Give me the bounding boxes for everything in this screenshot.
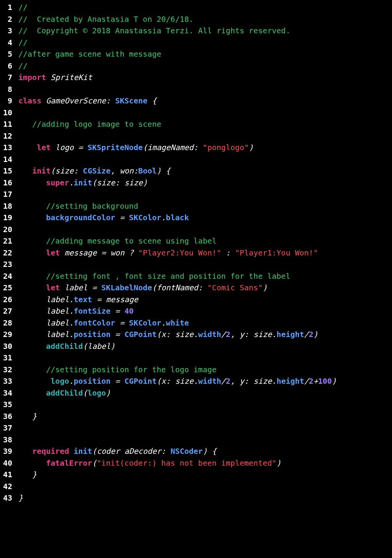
code-line[interactable]: logo.position = CGPoint(x: size.width/2,…: [18, 375, 392, 387]
code-line[interactable]: [18, 422, 392, 434]
code-token: , y: size.: [230, 376, 276, 386]
code-line[interactable]: //: [18, 2, 392, 13]
code-token: [18, 213, 46, 222]
code-token: [46, 73, 51, 82]
code-token: [41, 96, 46, 105]
code-line[interactable]: [18, 154, 392, 165]
code-token: =: [111, 376, 124, 386]
code-line[interactable]: backgroundColor = SKColor.black: [18, 212, 392, 224]
code-area[interactable]: //// Created by Anastasia T on 20/6/18./…: [18, 2, 392, 504]
code-token: (x: size.: [157, 376, 198, 386]
code-line[interactable]: let message = won ? "Player2:You Won!" :…: [18, 247, 392, 259]
code-line[interactable]: [18, 481, 392, 493]
code-token: .: [161, 213, 166, 222]
line-number: 34: [0, 387, 12, 399]
code-line[interactable]: [18, 399, 392, 411]
code-line[interactable]: init(size: CGSize, won:Bool) {: [18, 165, 392, 177]
code-line[interactable]: addChild(logo): [18, 387, 392, 399]
code-line[interactable]: }: [18, 469, 392, 481]
code-token: logo: [51, 376, 69, 386]
code-token: +: [314, 376, 318, 386]
code-token: .: [161, 318, 166, 327]
code-line[interactable]: // Created by Anastasia T on 20/6/18.: [18, 13, 392, 25]
code-token: SKColor: [129, 318, 161, 327]
code-line[interactable]: //adding message to scene using label: [18, 235, 392, 247]
line-number: 32: [0, 364, 12, 376]
code-line[interactable]: [18, 188, 392, 200]
code-line[interactable]: [18, 83, 392, 95]
code-token: (size: size): [92, 178, 148, 187]
code-token: SpriteKit: [51, 73, 92, 82]
code-line[interactable]: let label = SKLabelNode(fontNamed: "Comi…: [18, 282, 392, 294]
line-number: 14: [0, 154, 12, 165]
code-token: [18, 388, 46, 398]
line-number: 29: [0, 329, 12, 340]
code-line[interactable]: label.fontSize = 40: [18, 305, 392, 317]
line-number: 11: [0, 118, 12, 130]
code-line[interactable]: [18, 130, 392, 142]
code-token: white: [166, 318, 189, 327]
code-token: logo =: [51, 143, 87, 152]
code-token: (: [92, 458, 97, 468]
code-token: /: [304, 376, 309, 386]
code-line[interactable]: [18, 107, 392, 119]
code-line[interactable]: label.position = CGPoint(x: size.width/2…: [18, 329, 392, 340]
code-line[interactable]: //after game scene with message: [18, 48, 392, 60]
code-token: /: [221, 330, 226, 339]
code-token: label.: [18, 306, 74, 316]
code-token: position: [74, 330, 111, 339]
code-token: let: [46, 283, 60, 292]
code-token: ) {: [203, 447, 217, 456]
line-number: 13: [0, 142, 12, 154]
code-line[interactable]: addChild(label): [18, 340, 392, 352]
code-line[interactable]: fatalError("init(coder:) has not been im…: [18, 457, 392, 469]
code-line[interactable]: required init(coder aDecoder: NSCoder) {: [18, 445, 392, 457]
code-line[interactable]: //: [18, 60, 392, 72]
code-token: SKLabelNode: [101, 283, 152, 292]
code-line[interactable]: //setting background: [18, 200, 392, 212]
code-line[interactable]: import SpriteKit: [18, 72, 392, 83]
code-line[interactable]: class GameOverScene: SKScene {: [18, 95, 392, 107]
code-line[interactable]: //setting font , font size and position …: [18, 270, 392, 282]
code-line[interactable]: //: [18, 37, 392, 49]
code-line[interactable]: label.text = message: [18, 294, 392, 306]
code-line[interactable]: }: [18, 411, 392, 422]
line-number: 41: [0, 469, 12, 481]
line-number: 2: [0, 13, 12, 25]
code-token: width: [198, 330, 221, 339]
line-number: 28: [0, 317, 12, 329]
code-token: fatalError: [46, 458, 92, 468]
line-number: 16: [0, 177, 12, 189]
code-line[interactable]: let logo = SKSpriteNode(imageNamed: "pon…: [18, 142, 392, 154]
code-token: height: [276, 376, 304, 386]
line-number: 1: [0, 2, 12, 13]
code-line[interactable]: // Copyright © 2018 Anastassia Terzi. Al…: [18, 25, 392, 37]
code-token: //setting background: [46, 201, 138, 211]
code-line[interactable]: }: [18, 492, 392, 504]
line-number: 37: [0, 422, 12, 434]
code-token: label =: [60, 283, 101, 292]
code-token: [18, 447, 32, 456]
code-token: "Player2:You Won!": [138, 248, 221, 257]
line-number: 19: [0, 212, 12, 224]
code-line[interactable]: //setting position for the logo image: [18, 364, 392, 376]
code-line[interactable]: [18, 434, 392, 446]
code-token: = message: [92, 295, 138, 304]
line-number: 35: [0, 399, 12, 411]
code-line[interactable]: [18, 352, 392, 364]
line-number: 25: [0, 282, 12, 294]
code-token: .: [69, 376, 74, 386]
code-token: :: [221, 248, 235, 257]
code-token: (coder aDecoder:: [92, 447, 171, 456]
code-line[interactable]: [18, 259, 392, 270]
code-line[interactable]: label.fontColor = SKColor.white: [18, 317, 392, 329]
code-line[interactable]: super.init(size: size): [18, 177, 392, 189]
line-number: 33: [0, 375, 12, 387]
line-number: 42: [0, 481, 12, 493]
code-line[interactable]: //adding logo image to scene: [18, 118, 392, 130]
code-line[interactable]: [18, 224, 392, 236]
code-token: init: [74, 447, 92, 456]
line-number: 20: [0, 224, 12, 236]
code-token: [18, 201, 46, 211]
code-token: text: [74, 295, 92, 304]
